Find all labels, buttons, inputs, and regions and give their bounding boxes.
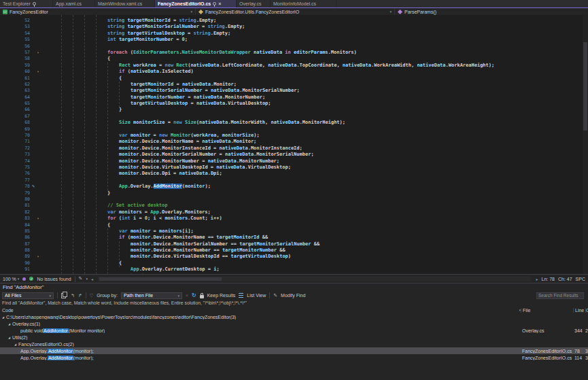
code-line-67[interactable]: 67	[0, 114, 588, 120]
outlining-collapse-icon[interactable]: ▾	[30, 215, 46, 222]
code-line-55[interactable]: 55int targetMonitorNumber = 0;	[0, 37, 588, 43]
code-line-82[interactable]: 82var monitors = App.Overlay.Monitors;	[0, 209, 588, 215]
code-line-73[interactable]: 73monitor.Device.MonitorSerialNumber = n…	[0, 152, 588, 158]
code-line-70[interactable]: 70var monitor = new Monitor(workArea, mo…	[0, 133, 588, 139]
collapse-all-icon[interactable]: ↱	[78, 292, 82, 299]
code-line-65[interactable]: 65targetVirtualDesktop = nativeData.Virt…	[0, 101, 588, 107]
pin-icon[interactable]	[213, 2, 216, 5]
code-line-71[interactable]: 71monitor.Device.MonitorName = nativeDat…	[0, 139, 588, 145]
vertical-scrollbar[interactable]	[583, 15, 588, 274]
scroll-left-icon[interactable]: ◂	[91, 277, 93, 281]
find-group-row[interactable]: ◢FancyZonesEditorIO.cs (2)	[0, 341, 588, 347]
code-line-53[interactable]: 53string targetMonitorSerialNumber = str…	[0, 24, 588, 30]
code-line-89[interactable]: 89▾monitor.Device.VirtualDesktopId == ta…	[0, 254, 588, 260]
code-editor[interactable]: 52string targetMonitorId = string.Empty;…	[0, 15, 588, 274]
file-column-header[interactable]: File	[521, 308, 573, 313]
find-group-row[interactable]: ◢Utils (2)	[0, 334, 588, 341]
tab-mainwindow-xaml-cs[interactable]: MainWindow.xaml.cs	[95, 0, 155, 7]
keep-results-button[interactable]: Keep Results	[207, 293, 236, 298]
code-line-87[interactable]: 87monitor.Device.MonitorSerialNumber == …	[0, 241, 588, 247]
type-dropdown-label: FancyZonesEditor.Utils.FancyZonesEditorI…	[205, 10, 299, 14]
code-column-header[interactable]: Code ▾	[0, 308, 521, 313]
find-group-row[interactable]: ◢C:\Users\zhaopengwang\Desktop\powertoys…	[0, 313, 588, 320]
code-line-76[interactable]: 76monitor.Device.Dpi = nativeData.Dpi;	[0, 171, 588, 177]
code-line-81[interactable]: 81// Set active desktop	[0, 203, 588, 209]
line-number: 56	[0, 44, 30, 50]
copy-icon[interactable]	[61, 293, 66, 298]
tree-expanded-icon[interactable]: ◢	[2, 315, 4, 319]
line-column-header[interactable]: Line	[573, 308, 585, 313]
edit-indicator-icon[interactable]: ✎	[79, 275, 83, 282]
code-line-60[interactable]: 60▾if (nativeData.IsSelected)	[0, 69, 588, 75]
issues-status[interactable]: No issues found	[37, 277, 71, 281]
scroll-right-icon[interactable]: ▸	[536, 277, 538, 281]
tab-test-explorer[interactable]: Test Explorer	[0, 0, 53, 7]
filter-icon[interactable]: ▽	[90, 292, 93, 299]
code-line-91[interactable]: 91App.Overlay.CurrentDesktop = i;	[0, 266, 588, 273]
list-view-icon[interactable]	[239, 293, 243, 298]
pin-icon[interactable]	[33, 2, 36, 5]
expand-all-icon[interactable]: ↰	[71, 292, 75, 299]
line-number: 83	[0, 215, 30, 222]
code-line-86[interactable]: 86if (monitor.Device.MonitorName == targ…	[0, 235, 588, 241]
zoom-control[interactable]: 100 % ▾	[3, 277, 19, 281]
code-line-84[interactable]: 84{	[0, 222, 588, 228]
find-result-row[interactable]: App.Overlay.AddMonitor(monitor);FancyZon…	[0, 354, 588, 361]
code-line-64[interactable]: 64targetMonitorNumber = nativeData.Monit…	[0, 94, 588, 101]
code-line-77[interactable]: 77	[0, 177, 588, 184]
code-line-52[interactable]: 52string targetMonitorId = string.Empty;	[0, 18, 588, 24]
code-line-61[interactable]: 61{	[0, 75, 588, 82]
modify-find-button[interactable]: Modify Find	[281, 293, 305, 298]
horizontal-scrollbar-thumb[interactable]	[99, 277, 222, 281]
type-dropdown[interactable]: FancyZonesEditor.Utils.FancyZonesEditorI…	[196, 8, 395, 15]
tree-expanded-icon[interactable]: ◢	[14, 343, 16, 346]
code-line-56[interactable]: 56	[0, 44, 588, 50]
code-line-83[interactable]: 83▾for (int i = 0; i < monitors.Count; i…	[0, 215, 588, 222]
code-line-74[interactable]: 74monitor.Device.MonitorNumber = nativeD…	[0, 158, 588, 165]
lock-icon[interactable]	[200, 295, 204, 298]
list-view-button[interactable]: List View	[247, 293, 266, 298]
tab-app-xaml-cs[interactable]: App.xaml.cs	[53, 0, 95, 7]
col-column-header[interactable]: Col	[585, 308, 588, 313]
clear-results-icon[interactable]: ×	[186, 292, 188, 299]
document-health-icon[interactable]	[22, 277, 26, 281]
search-find-results-input[interactable]	[536, 292, 584, 299]
close-icon[interactable]: ×	[218, 1, 221, 6]
group-by-dropdown-label: Path then File	[124, 293, 153, 298]
code-line-79[interactable]: 79}	[0, 190, 588, 196]
code-line-85[interactable]: 85var monitor = monitors[i];	[0, 228, 588, 235]
code-line-57[interactable]: 57▾foreach (EditorParameters.NativeMonit…	[0, 50, 588, 56]
project-dropdown[interactable]: C# FancyZonesEditor ▾	[0, 8, 196, 15]
code-line-69[interactable]: 69	[0, 126, 588, 133]
tab-overlay-cs[interactable]: Overlay.cs	[237, 0, 271, 7]
tab-monitorinfomodel-cs[interactable]: MonitorInfoModel.cs	[271, 0, 336, 7]
scope-dropdown[interactable]: All Files ▾	[2, 292, 54, 299]
outlining-collapse-icon[interactable]: ▾	[30, 50, 46, 56]
code-line-68[interactable]: 68Size monitorSize = new Size(nativeData…	[0, 120, 588, 126]
code-line-66[interactable]: 66}	[0, 107, 588, 113]
find-group-row[interactable]: ◢Overlay.cs (1)	[0, 320, 588, 327]
outlining-collapse-icon[interactable]: ▾	[30, 69, 46, 75]
code-line-88[interactable]: 88monitor.Device.MonitorNumber == target…	[0, 247, 588, 254]
code-line-80[interactable]: 80	[0, 196, 588, 203]
code-line-54[interactable]: 54string targetVirtualDesktop = string.E…	[0, 31, 588, 37]
member-dropdown[interactable]: ParseParams()	[395, 8, 588, 15]
code-line-62[interactable]: 62targetMonitorId = nativeData.Monitor;	[0, 82, 588, 88]
vertical-scrollbar-thumb[interactable]	[583, 42, 587, 131]
code-line-75[interactable]: 75monitor.Device.VirtualDesktopId = nati…	[0, 165, 588, 171]
code-line-72[interactable]: 72monitor.Device.MonitorInstanceId = nat…	[0, 145, 588, 152]
code-line-59[interactable]: 59Rect workArea = new Rect(nativeData.Le…	[0, 63, 588, 69]
find-result-row[interactable]: App.Overlay.AddMonitor(monitor);FancyZon…	[0, 347, 588, 354]
refresh-icon[interactable]: ↻	[192, 292, 196, 298]
tree-expanded-icon[interactable]: ◢	[8, 336, 10, 339]
code-line-63[interactable]: 63targetMonitorSerialNumber = nativeData…	[0, 88, 588, 94]
outlining-collapse-icon[interactable]: ▾	[30, 254, 46, 260]
group-by-dropdown[interactable]: Path then File ▾	[121, 292, 182, 299]
horizontal-scrollbar[interactable]	[98, 277, 532, 281]
code-line-90[interactable]: 90{	[0, 260, 588, 266]
code-line-58[interactable]: 58{	[0, 56, 588, 62]
find-result-row[interactable]: public void AddMonitor(Monitor monitor)O…	[0, 327, 588, 334]
tab-fancyzoneseditorio-cs[interactable]: FancyZonesEditorIO.cs×	[155, 0, 237, 7]
code-line-78[interactable]: 78App.Overlay.AddMonitor(monitor);	[0, 184, 588, 190]
tree-expanded-icon[interactable]: ◢	[8, 322, 10, 326]
